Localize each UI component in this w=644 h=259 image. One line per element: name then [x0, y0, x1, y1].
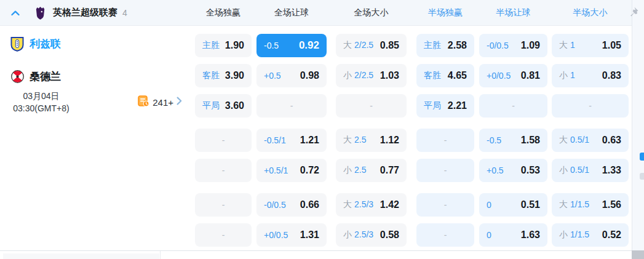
odds-value: 4.65: [448, 70, 467, 81]
line-label: 主胜: [424, 40, 441, 51]
home-team-name: 利兹联: [30, 37, 61, 51]
scrollbar-corner: [632, 250, 644, 259]
odds-row: --0.5/11.21大2.51.12--0.51.58大0.5/10.63: [191, 129, 629, 152]
over-under-prefix: 大: [559, 199, 568, 210]
odds-cell[interactable]: 平局2.21: [416, 94, 474, 118]
home-team-row[interactable]: 利兹联: [10, 36, 61, 52]
collapse-button[interactable]: [9, 7, 22, 19]
rail-partial-icon: [640, 153, 644, 161]
odds-row: --0/0.50.66大2.5/31.42-00.51大1/1.51.56: [191, 193, 629, 217]
odds-label: 大2/2.5: [343, 40, 373, 51]
line-label: 2.5/3: [354, 229, 373, 239]
odds-value: 0.63: [602, 135, 621, 146]
line-label: 客胜: [202, 70, 220, 81]
odds-cell[interactable]: -0.51.58: [479, 129, 547, 152]
over-under-prefix: 大: [343, 199, 352, 210]
line-label: +0.5: [487, 165, 504, 175]
odds-value: 0.77: [380, 165, 399, 176]
odds-cell[interactable]: +0.50.53: [479, 159, 547, 182]
odds-label: 平局: [202, 100, 220, 111]
odds-value: 0.58: [380, 229, 399, 241]
pinned-rail: [632, 0, 644, 259]
over-under-prefix: 大: [559, 135, 568, 146]
dash: -: [222, 135, 225, 145]
line-label: +0/0.5: [264, 230, 288, 240]
away-team-row[interactable]: 桑德兰: [10, 70, 61, 84]
odds-cell[interactable]: 小0.5/11.33: [552, 159, 629, 182]
over-under-prefix: 大: [343, 40, 352, 51]
next-section-divider: [160, 251, 161, 259]
odds-group: --0.5/11.21大2.51.12--0.51.58大0.5/10.63-+…: [191, 129, 629, 182]
line-label: +0.5/1: [264, 165, 288, 175]
odds-page: 英格兰超级联赛 4 全场独赢 全场让球 全场大小 半场独赢 半场让球 半场大小 …: [0, 0, 644, 259]
odds-cell[interactable]: -0/0.50.66: [256, 193, 327, 217]
odds-cell[interactable]: 主胜2.58: [416, 34, 474, 57]
column-header-fulltime-handicap: 全场让球: [256, 7, 327, 18]
dash: -: [222, 165, 225, 175]
odds-cell[interactable]: 小10.83: [552, 64, 629, 87]
odds-cell[interactable]: 大0.5/10.63: [552, 129, 629, 152]
odds-cell[interactable]: +0.5/10.72: [256, 159, 327, 182]
odds-value: 1.58: [521, 135, 540, 146]
odds-cell[interactable]: +0.50.98: [256, 64, 327, 87]
odds-value: 0.98: [300, 70, 319, 81]
odds-cell[interactable]: +0/0.50.81: [479, 64, 547, 87]
odds-cell[interactable]: 01.63: [479, 223, 547, 247]
odds-cell[interactable]: 大2.51.12: [336, 129, 407, 152]
pin-button[interactable]: [627, 6, 640, 19]
odds-cell[interactable]: 主胜1.90: [195, 34, 252, 57]
odds-group: 主胜1.90-0.50.92大2/2.50.85主胜2.58-0/0.51.09…: [191, 34, 629, 118]
odds-cell[interactable]: +0/0.51.31: [256, 223, 327, 247]
league-header-left: 英格兰超级联赛 4: [0, 6, 191, 20]
odds-value: 3.90: [225, 70, 244, 81]
line-label: -0/0.5: [487, 41, 509, 50]
odds-cell[interactable]: -0.5/11.21: [256, 129, 327, 152]
odds-cell[interactable]: 客胜3.90: [195, 64, 252, 87]
odds-cell-empty: -: [195, 193, 252, 217]
odds-cell[interactable]: 大1/1.51.56: [552, 193, 629, 217]
odds-cell[interactable]: 大11.05: [552, 34, 629, 57]
odds-cell[interactable]: 平局3.60: [195, 94, 252, 118]
odds-cell[interactable]: -0.50.92: [256, 34, 327, 57]
league-match-count: 4: [122, 8, 127, 18]
more-markets-button[interactable]: 241+: [138, 95, 182, 110]
odds-label: -0.5: [264, 41, 279, 50]
odds-cell-empty: -: [256, 94, 327, 118]
dash: -: [444, 230, 447, 240]
column-header-halftime-win: 半场独赢: [416, 7, 474, 18]
odds-label: +0/0.5: [487, 71, 511, 81]
line-label: -0.5: [264, 41, 279, 50]
match-date: 03月04日: [0, 90, 82, 102]
line-label: 0: [487, 230, 491, 240]
line-label: 2/2.5: [354, 40, 373, 50]
odds-row: 主胜1.90-0.50.92大2/2.50.85主胜2.58-0/0.51.09…: [191, 34, 629, 57]
dash: -: [222, 230, 225, 240]
odds-value: 0.85: [380, 40, 399, 51]
odds-cell[interactable]: 小1/1.50.52: [552, 223, 629, 247]
line-label: 1: [570, 70, 575, 80]
odds-cell[interactable]: 客胜4.65: [416, 64, 474, 87]
odds-cell[interactable]: 小2.5/30.58: [336, 223, 407, 247]
odds-cell[interactable]: 小2/2.51.03: [336, 64, 407, 87]
odds-cell[interactable]: 00.51: [479, 193, 547, 217]
line-label: +0/0.5: [487, 71, 511, 81]
odds-label: -0/0.5: [264, 200, 286, 210]
column-header-halftime-handicap: 半场让球: [479, 7, 547, 18]
odds-label: 主胜: [424, 40, 441, 51]
match-time: 03:30(GMT+8): [0, 102, 82, 114]
odds-label: -0.5/1: [264, 135, 286, 145]
match-meta-row: 03月04日 03:30(GMT+8) 241+: [0, 90, 186, 114]
odds-cell[interactable]: 小2.50.77: [336, 159, 407, 182]
line-label: 2.5/3: [354, 199, 373, 209]
odds-label: -0.5: [487, 135, 501, 145]
odds-value: 0.51: [521, 199, 540, 210]
line-label: -0/0.5: [264, 200, 286, 210]
odds-cell[interactable]: 大2.5/31.42: [336, 193, 407, 217]
dash: -: [589, 101, 592, 111]
odds-cell[interactable]: 大2/2.50.85: [336, 34, 407, 57]
odds-cell[interactable]: -0/0.51.09: [479, 34, 547, 57]
odds-cell-empty: -: [416, 223, 474, 247]
more-markets-count: 241+: [153, 97, 173, 108]
odds-label: 0: [487, 200, 491, 210]
rail-partial-icon: [640, 173, 644, 180]
